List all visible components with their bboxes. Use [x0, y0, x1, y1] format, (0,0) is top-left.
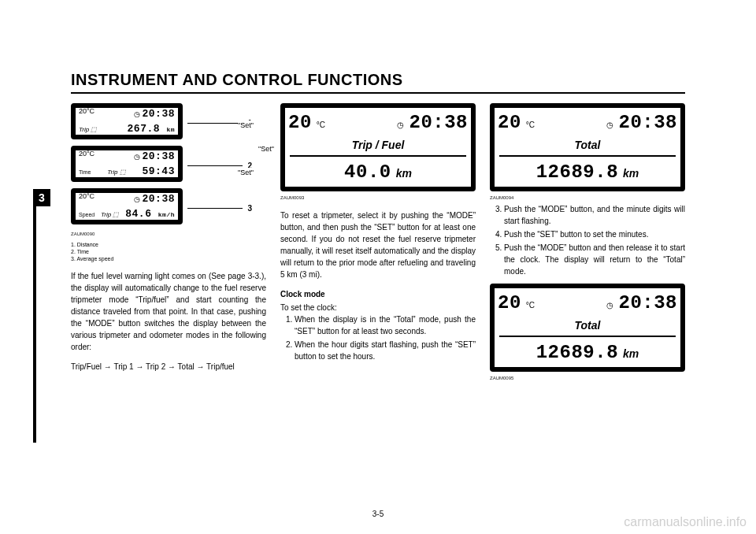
lcd-mini-distance: 20°C ◷ 20:38 Trip ⬚ 267.8 km [71, 103, 183, 139]
set-label-right: "Set" [258, 144, 274, 155]
col2-paragraph: To reset a tripmeter, select it by pushi… [280, 210, 476, 280]
lcd-temp: 20°C [79, 191, 94, 207]
column-3: 20°C ◷ 20:38 Total 12689.8 km ZAUM0094 P… [490, 103, 685, 384]
clock-icon: ◷ [134, 153, 140, 161]
caption-line-3: 3. Average speed [71, 255, 266, 262]
lcd-unit: km [623, 165, 639, 182]
clock-steps-col3: Push the “MODE” button, and the minute d… [490, 203, 685, 277]
col1-paragraph: If the fuel level warning light comes on… [71, 270, 266, 353]
clock-icon: ◷ [134, 110, 140, 118]
clock-step-3: Push the “MODE” button, and the minute d… [504, 203, 685, 227]
figure-id-col3a: ZAUM0094 [490, 195, 685, 202]
lcd-total-value: 12689.8 [536, 339, 618, 367]
figure-id-col1: ZAUM0090 [71, 231, 266, 238]
lcd-total-value: 12689.8 [536, 158, 618, 187]
column-1: 20°C ◷ 20:38 Trip ⬚ 267.8 km 1 [71, 103, 266, 384]
clock-icon: ◷ [397, 119, 404, 131]
figure-caption: 1. Distance 2. Time 3. Average speed [71, 241, 266, 262]
lcd-temp: 20 [498, 109, 521, 137]
clock-mode-lead: To set the clock: [280, 302, 476, 313]
clock-mode-heading: Clock mode [280, 288, 476, 300]
section-tab: 3 [33, 189, 50, 206]
lcd-speed-value: 84.6 km/h [125, 206, 175, 222]
mode-sequence: Trip/Fuel → Trip 1 → Trip 2 → Total → Tr… [71, 361, 266, 373]
page-number: 3-5 [372, 510, 384, 518]
clock-icon: ◷ [606, 119, 613, 131]
lcd-unit: km [396, 165, 412, 182]
lcd-triptime-value: 59:43 [142, 164, 175, 180]
lcd-time: 20:38 [142, 108, 175, 120]
lcd-mode-label: Total [575, 317, 601, 334]
column-2: 20°C ◷ 20:38 Trip / Fuel 40.0 km ZAUM009… [280, 103, 476, 384]
speed-label: Speed [79, 211, 94, 220]
clock-steps-col2: When the display is in the “Total” mode,… [280, 313, 476, 362]
figure-id-col3b: ZAUM0095 [490, 375, 685, 382]
clock-step-1: When the display is in the “Total” mode,… [295, 313, 476, 337]
clock-icon: ◷ [606, 299, 613, 311]
lcd-time: 20:38 [618, 109, 677, 137]
callout-3: 3 [247, 202, 252, 214]
caption-line-2: 2. Time [71, 248, 266, 255]
content-columns: 20°C ◷ 20:38 Trip ⬚ 267.8 km 1 [71, 103, 685, 384]
lcd-mini-speed: 20°C ◷ 20:38 Speed Trip ⬚ 84.6 km/h [71, 188, 183, 224]
lcd-time: 20:38 [142, 193, 175, 205]
set-label-top: "Set" [238, 121, 254, 132]
watermark: carmanualsonline.info [624, 515, 747, 529]
caption-line-1: 1. Distance [71, 241, 266, 248]
page-title: INSTRUMENT AND CONTROL FUNCTIONS [71, 71, 685, 94]
lcd-temp: 20°C [79, 106, 94, 122]
clock-step-2: When the hour digits start flashing, pus… [295, 339, 476, 362]
clock-step-5: Push the “MODE” button and then release … [504, 242, 685, 277]
lcd-total-2: 20°C ◷ 20:38 Total 12689.8 km [490, 284, 685, 372]
page: INSTRUMENT AND CONTROL FUNCTIONS 20°C ◷ … [71, 0, 685, 384]
lcd-total-1: 20°C ◷ 20:38 Total 12689.8 km [490, 103, 685, 191]
tripmeter-stack: 20°C ◷ 20:38 Trip ⬚ 267.8 km 1 [71, 103, 252, 228]
lcd-mode-label: Trip ⬚ [79, 125, 97, 135]
lcd-temp: 20 [498, 289, 521, 317]
lcd-distance-value: 267.8 km [128, 121, 175, 137]
trip-time-label: Time [79, 169, 91, 177]
lcd-tripfuel: 20°C ◷ 20:38 Trip / Fuel 40.0 km [280, 103, 476, 191]
lcd-temp: 20 [288, 109, 312, 137]
lcd-unit: km [623, 346, 639, 362]
clock-step-4: Push the “SET” button to set the minutes… [504, 228, 685, 240]
lcd-mode-label: Trip / Fuel [352, 137, 405, 154]
lcd-mode-label: Total [575, 137, 601, 154]
lcd-temp: 20°C [79, 149, 94, 165]
lcd-mini-time: 20°C ◷ 20:38 Time Trip ⬚ 59:43 [71, 146, 183, 182]
clock-icon: ◷ [134, 195, 140, 203]
lcd-time: 20:38 [409, 109, 468, 137]
figure-id-col2: ZAUM0093 [280, 195, 476, 202]
lcd-time: 20:38 [142, 150, 175, 162]
lcd-time: 20:38 [618, 289, 677, 317]
set-label-bottom: "Set" [238, 168, 254, 179]
lcd-tripfuel-value: 40.0 [344, 158, 391, 187]
